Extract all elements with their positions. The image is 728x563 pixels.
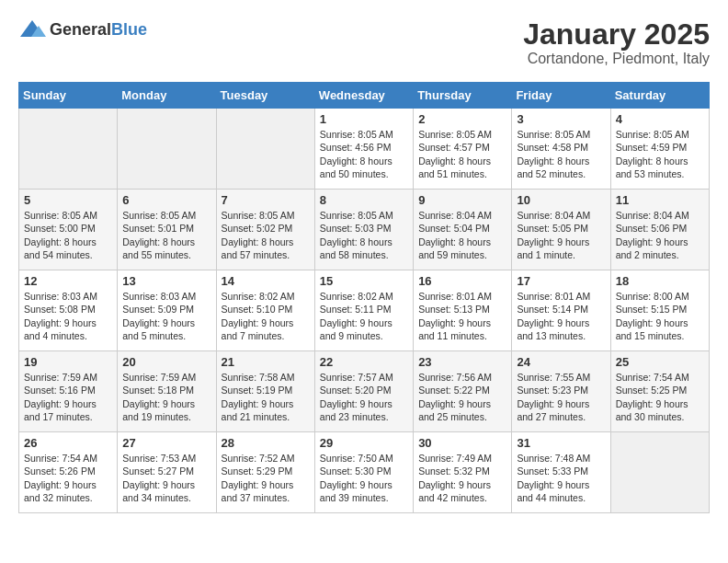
calendar-cell: 14Sunrise: 8:02 AM Sunset: 5:10 PM Dayli… — [216, 270, 314, 351]
week-row-2: 5Sunrise: 8:05 AM Sunset: 5:00 PM Daylig… — [19, 190, 710, 270]
day-number: 9 — [418, 193, 506, 207]
day-info: Sunrise: 8:02 AM Sunset: 5:10 PM Dayligh… — [222, 290, 310, 342]
logo-icon — [18, 18, 46, 40]
weekday-header-saturday: Saturday — [610, 83, 709, 109]
calendar-cell: 17Sunrise: 8:01 AM Sunset: 5:14 PM Dayli… — [512, 270, 610, 351]
day-info: Sunrise: 8:03 AM Sunset: 5:08 PM Dayligh… — [24, 290, 112, 342]
day-number: 14 — [222, 274, 310, 288]
calendar-cell: 6Sunrise: 8:05 AM Sunset: 5:01 PM Daylig… — [118, 190, 216, 270]
calendar-cell: 19Sunrise: 7:59 AM Sunset: 5:16 PM Dayli… — [19, 351, 118, 432]
calendar-cell: 8Sunrise: 8:05 AM Sunset: 5:03 PM Daylig… — [314, 190, 413, 270]
day-number: 26 — [24, 436, 112, 450]
day-info: Sunrise: 8:05 AM Sunset: 5:01 PM Dayligh… — [122, 209, 210, 261]
calendar-cell: 11Sunrise: 8:04 AM Sunset: 5:06 PM Dayli… — [610, 190, 709, 270]
weekday-header-friday: Friday — [512, 83, 610, 109]
day-info: Sunrise: 7:59 AM Sunset: 5:16 PM Dayligh… — [24, 371, 112, 423]
day-number: 19 — [24, 355, 112, 369]
day-info: Sunrise: 8:04 AM Sunset: 5:06 PM Dayligh… — [616, 209, 704, 261]
day-number: 29 — [320, 436, 408, 450]
weekday-header-sunday: Sunday — [19, 83, 118, 109]
day-number: 16 — [418, 274, 506, 288]
day-info: Sunrise: 8:03 AM Sunset: 5:09 PM Dayligh… — [122, 290, 210, 342]
day-number: 28 — [222, 436, 310, 450]
logo-general: General — [50, 20, 111, 39]
calendar-cell: 7Sunrise: 8:05 AM Sunset: 5:02 PM Daylig… — [216, 190, 314, 270]
day-number: 27 — [122, 436, 210, 450]
logo: GeneralBlue — [18, 18, 147, 40]
weekday-header-wednesday: Wednesday — [314, 83, 413, 109]
day-info: Sunrise: 8:05 AM Sunset: 4:59 PM Dayligh… — [616, 128, 704, 180]
header: GeneralBlue January 2025 Cortandone, Pie… — [18, 18, 710, 67]
calendar-cell: 15Sunrise: 8:02 AM Sunset: 5:11 PM Dayli… — [314, 270, 413, 351]
calendar-cell: 4Sunrise: 8:05 AM Sunset: 4:59 PM Daylig… — [610, 109, 709, 190]
day-info: Sunrise: 8:01 AM Sunset: 5:13 PM Dayligh… — [418, 290, 506, 342]
day-number: 25 — [616, 355, 704, 369]
calendar-cell: 3Sunrise: 8:05 AM Sunset: 4:58 PM Daylig… — [512, 109, 610, 190]
day-info: Sunrise: 8:05 AM Sunset: 5:00 PM Dayligh… — [24, 209, 112, 261]
calendar-body: 1Sunrise: 8:05 AM Sunset: 4:56 PM Daylig… — [19, 109, 710, 513]
calendar-cell: 25Sunrise: 7:54 AM Sunset: 5:25 PM Dayli… — [610, 351, 709, 432]
day-number: 13 — [122, 274, 210, 288]
weekday-header-monday: Monday — [118, 83, 216, 109]
calendar-cell: 30Sunrise: 7:49 AM Sunset: 5:32 PM Dayli… — [414, 432, 512, 513]
calendar-cell: 12Sunrise: 8:03 AM Sunset: 5:08 PM Dayli… — [19, 270, 118, 351]
day-info: Sunrise: 7:54 AM Sunset: 5:26 PM Dayligh… — [24, 452, 112, 504]
calendar-cell: 9Sunrise: 8:04 AM Sunset: 5:04 PM Daylig… — [414, 190, 512, 270]
day-number: 10 — [517, 193, 605, 207]
day-number: 20 — [122, 355, 210, 369]
day-info: Sunrise: 7:53 AM Sunset: 5:27 PM Dayligh… — [122, 452, 210, 504]
calendar-cell — [118, 109, 216, 190]
day-number: 7 — [222, 193, 310, 207]
weekday-header-row: SundayMondayTuesdayWednesdayThursdayFrid… — [19, 83, 710, 109]
day-number: 21 — [222, 355, 310, 369]
day-number: 15 — [320, 274, 408, 288]
day-number: 24 — [517, 355, 605, 369]
day-info: Sunrise: 8:05 AM Sunset: 4:58 PM Dayligh… — [517, 128, 605, 180]
day-info: Sunrise: 7:55 AM Sunset: 5:23 PM Dayligh… — [517, 371, 605, 423]
calendar-cell: 24Sunrise: 7:55 AM Sunset: 5:23 PM Dayli… — [512, 351, 610, 432]
calendar-table: SundayMondayTuesdayWednesdayThursdayFrid… — [18, 82, 710, 513]
day-number: 1 — [320, 112, 408, 126]
logo-blue: Blue — [111, 20, 147, 39]
calendar-cell: 22Sunrise: 7:57 AM Sunset: 5:20 PM Dayli… — [314, 351, 413, 432]
calendar-cell: 26Sunrise: 7:54 AM Sunset: 5:26 PM Dayli… — [19, 432, 118, 513]
calendar-cell: 16Sunrise: 8:01 AM Sunset: 5:13 PM Dayli… — [414, 270, 512, 351]
day-number: 5 — [24, 193, 112, 207]
day-number: 30 — [418, 436, 506, 450]
calendar-cell: 1Sunrise: 8:05 AM Sunset: 4:56 PM Daylig… — [314, 109, 413, 190]
calendar-cell: 27Sunrise: 7:53 AM Sunset: 5:27 PM Dayli… — [118, 432, 216, 513]
day-number: 31 — [517, 436, 605, 450]
calendar-cell: 21Sunrise: 7:58 AM Sunset: 5:19 PM Dayli… — [216, 351, 314, 432]
calendar-cell: 23Sunrise: 7:56 AM Sunset: 5:22 PM Dayli… — [414, 351, 512, 432]
day-number: 23 — [418, 355, 506, 369]
day-info: Sunrise: 7:52 AM Sunset: 5:29 PM Dayligh… — [222, 452, 310, 504]
day-number: 2 — [418, 112, 506, 126]
week-row-3: 12Sunrise: 8:03 AM Sunset: 5:08 PM Dayli… — [19, 270, 710, 351]
calendar-cell: 28Sunrise: 7:52 AM Sunset: 5:29 PM Dayli… — [216, 432, 314, 513]
calendar-cell: 20Sunrise: 7:59 AM Sunset: 5:18 PM Dayli… — [118, 351, 216, 432]
day-info: Sunrise: 7:56 AM Sunset: 5:22 PM Dayligh… — [418, 371, 506, 423]
day-number: 22 — [320, 355, 408, 369]
week-row-4: 19Sunrise: 7:59 AM Sunset: 5:16 PM Dayli… — [19, 351, 710, 432]
calendar-cell: 10Sunrise: 8:04 AM Sunset: 5:05 PM Dayli… — [512, 190, 610, 270]
day-info: Sunrise: 8:05 AM Sunset: 5:03 PM Dayligh… — [320, 209, 408, 261]
calendar-cell: 31Sunrise: 7:48 AM Sunset: 5:33 PM Dayli… — [512, 432, 610, 513]
day-info: Sunrise: 8:04 AM Sunset: 5:05 PM Dayligh… — [517, 209, 605, 261]
calendar-cell — [19, 109, 118, 190]
calendar-cell: 5Sunrise: 8:05 AM Sunset: 5:00 PM Daylig… — [19, 190, 118, 270]
day-number: 18 — [616, 274, 704, 288]
day-info: Sunrise: 7:57 AM Sunset: 5:20 PM Dayligh… — [320, 371, 408, 423]
day-info: Sunrise: 8:00 AM Sunset: 5:15 PM Dayligh… — [616, 290, 704, 342]
day-info: Sunrise: 7:58 AM Sunset: 5:19 PM Dayligh… — [222, 371, 310, 423]
day-number: 4 — [616, 112, 704, 126]
calendar-cell: 29Sunrise: 7:50 AM Sunset: 5:30 PM Dayli… — [314, 432, 413, 513]
week-row-1: 1Sunrise: 8:05 AM Sunset: 4:56 PM Daylig… — [19, 109, 710, 190]
day-info: Sunrise: 7:50 AM Sunset: 5:30 PM Dayligh… — [320, 452, 408, 504]
day-info: Sunrise: 8:04 AM Sunset: 5:04 PM Dayligh… — [418, 209, 506, 261]
day-info: Sunrise: 7:48 AM Sunset: 5:33 PM Dayligh… — [517, 452, 605, 504]
calendar-title: January 2025 — [523, 18, 710, 51]
day-number: 3 — [517, 112, 605, 126]
calendar-cell — [216, 109, 314, 190]
day-number: 8 — [320, 193, 408, 207]
day-info: Sunrise: 8:05 AM Sunset: 4:56 PM Dayligh… — [320, 128, 408, 180]
